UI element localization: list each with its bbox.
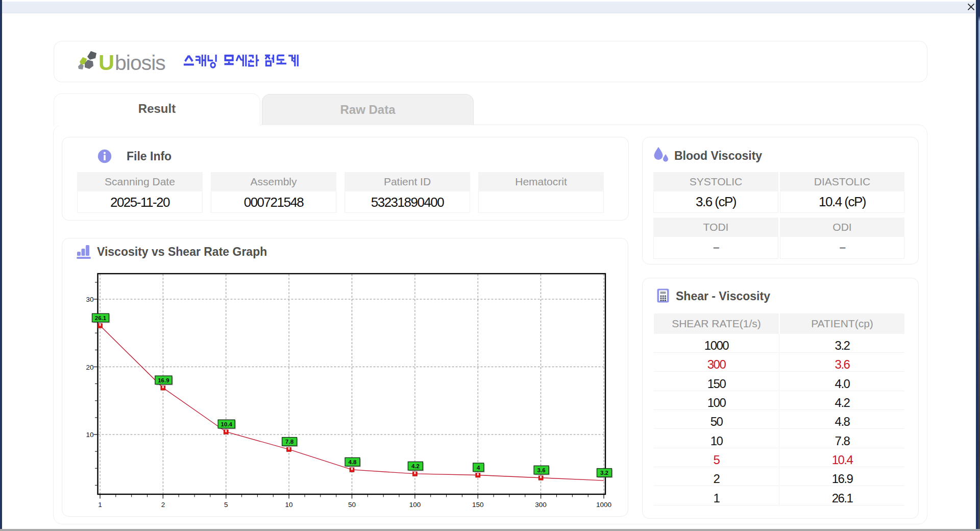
svg-text:4.2: 4.2 [411,463,420,469]
svg-text:U: U [99,50,114,74]
svg-text:1: 1 [98,501,102,509]
svg-text:4.8: 4.8 [349,459,357,465]
svg-text:100: 100 [409,501,421,509]
svg-text:5: 5 [224,501,228,509]
svg-text:26.1: 26.1 [95,315,107,321]
svg-text:4: 4 [477,465,480,471]
svg-text:2: 2 [161,501,165,509]
svg-text:150: 150 [472,501,484,509]
svg-text:20: 20 [86,364,93,371]
svg-text:10: 10 [86,431,93,439]
svg-text:30: 30 [86,296,93,303]
svg-text:300: 300 [535,501,547,509]
svg-text:7.8: 7.8 [285,439,294,445]
svg-text:16.9: 16.9 [158,377,169,383]
svg-text:10.4: 10.4 [221,421,233,427]
svg-text:10: 10 [285,501,293,509]
svg-text:biosis: biosis [115,51,165,74]
svg-text:1000: 1000 [596,501,611,509]
svg-text:50: 50 [348,501,356,509]
svg-text:3.2: 3.2 [600,470,608,476]
svg-text:3.6: 3.6 [537,467,546,473]
